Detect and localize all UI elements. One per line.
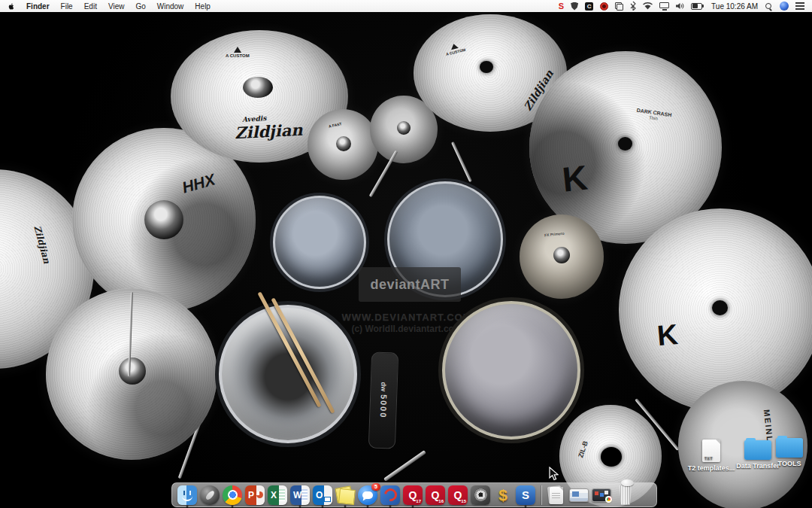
clipboard-status-icon[interactable] [615,2,623,11]
dock-finder[interactable] [177,482,197,507]
dock-launchpad[interactable] [200,482,220,507]
text-file-icon[interactable]: TXT [702,440,720,462]
folder-icon[interactable] [744,440,771,460]
desktop-icon-tools[interactable]: TOOLS [768,438,810,467]
dock: P X W O 5 [171,482,657,507]
menu-finder[interactable]: Finder [26,2,50,11]
menu-file[interactable]: File [61,2,73,11]
pedal-dw5000-label: dw 5000 [378,382,389,418]
trash-paper [621,479,634,486]
dock-s-app[interactable]: S [516,482,535,507]
cymbal-a-custom-left-zildjian: Zildjian [234,120,303,143]
dock-finance-dollar[interactable]: $ [493,482,513,507]
skype-status-icon[interactable]: S [559,2,564,11]
bluetooth-icon[interactable] [630,2,636,11]
powerpoint-icon: P [245,485,265,505]
cymbal-k-ride-k-logo: K [656,318,679,352]
dock-quickbooks-2017[interactable]: Q 17 [403,482,423,507]
dock-outlook[interactable]: O [313,482,332,507]
dock-trash[interactable] [614,482,637,507]
launchpad-rocket-icon [200,485,220,505]
minimized-window-thumbnail [569,488,589,502]
running-indicator [525,505,527,507]
dock-divider [541,485,541,505]
dock-transfer[interactable] [380,482,400,507]
dollar-icon: $ [493,485,513,505]
folder-icon[interactable] [776,438,803,458]
dock-minimized-window-2[interactable] [592,482,611,507]
outlook-icon: O [313,485,332,505]
cymbal-fx-primero [520,214,604,299]
gear-wheel-icon [471,485,490,505]
deviantart-watermark-url: WWW.DEVIANTART.COM [329,312,484,323]
dock-documents-stack[interactable] [547,482,566,507]
dock-chat[interactable]: 5 [358,482,377,507]
spotlight-search-icon[interactable] [765,2,773,11]
quickbooks-2017-icon: Q 17 [403,485,423,505]
chat-bubble-icon: 5 [358,485,377,505]
airplay-display-icon[interactable] [659,2,669,10]
volume-icon[interactable] [676,2,684,10]
dock-chrome[interactable] [223,482,242,507]
menu-window[interactable]: Window [157,2,184,11]
menu-bar-clock[interactable]: Tue 10:26 AM [711,2,758,11]
cymbal-stand-rod [451,141,472,182]
notification-center-icon[interactable] [795,2,804,10]
stickies-notes-icon [335,485,355,505]
wifi-icon[interactable] [643,2,653,10]
desktop-icon-label: TOOLS [768,460,810,467]
dock-minimized-window-1[interactable] [569,482,589,507]
trash-basket-icon [618,485,634,505]
dock-word[interactable]: W [290,482,310,507]
menu-edit[interactable]: Edit [84,2,97,11]
sync-arrow-icon [380,485,400,505]
dock-system-preferences[interactable] [471,482,490,507]
s-app-letter: S [522,489,529,500]
s-app-icon: S [516,485,535,505]
menu-go[interactable]: Go [135,2,145,11]
quickbooks-version: 15 [461,499,466,503]
carbonite-status-icon[interactable]: C [585,2,593,11]
shield-status-icon[interactable] [571,2,578,11]
quickbooks-2016-icon: Q 16 [426,485,445,505]
quickbooks-2015-icon: Q 15 [448,485,468,505]
dollar-letter: $ [498,487,508,503]
dock-powerpoint[interactable]: P [245,482,265,507]
cymbal-splash [308,109,378,180]
hardware-rod [383,450,426,482]
deviantart-watermark-box: deviantART [359,267,461,302]
running-indicator [232,505,234,507]
word-letter: W [293,491,301,500]
desktop-icon-t2-templates[interactable]: TXT T2 templates... [686,440,736,472]
running-indicator [344,505,347,507]
desktop-screen: Zildjian HHX A CUSTOM Avedis Zildjian A … [0,0,812,508]
word-icon: W [290,485,310,505]
bass-drum-pedal: dw 5000 [368,351,398,449]
deviantart-watermark-logo: deviantART [370,277,449,293]
chrome-icon [223,485,242,505]
notification-badge: 5 [371,483,380,491]
quickbooks-version: 16 [438,499,444,503]
battery-icon[interactable] [691,3,704,10]
dock-quickbooks-2016[interactable]: Q 16 [426,482,445,507]
dock-excel[interactable]: X [268,482,287,507]
floor-tom-drum [442,301,580,440]
dock-stickies[interactable] [335,482,355,507]
cymbal-k-ride-right [619,208,812,412]
siri-icon[interactable] [780,2,789,11]
record-status-icon[interactable] [600,2,608,11]
cymbal-k-dark-crash-k-logo: K [560,157,589,199]
tom-drum-1 [273,196,366,289]
apple-menu-icon[interactable] [8,2,15,11]
txt-file-badge: TXT [704,456,713,461]
menu-help[interactable]: Help [195,2,211,11]
menu-view[interactable]: View [108,2,125,11]
dock-quickbooks-2015[interactable]: Q 15 [448,482,468,507]
menu-bar: Finder File Edit View Go Window Help S C [0,0,812,12]
minimized-window-thumbnail [592,488,611,502]
wallpaper-drumkit: Zildjian HHX A CUSTOM Avedis Zildjian A … [0,0,812,508]
cymbal-a-custom-left-badge: A CUSTOM [226,47,250,58]
quickbooks-version: 17 [416,499,421,503]
running-indicator [299,505,301,507]
running-indicator [389,505,392,507]
